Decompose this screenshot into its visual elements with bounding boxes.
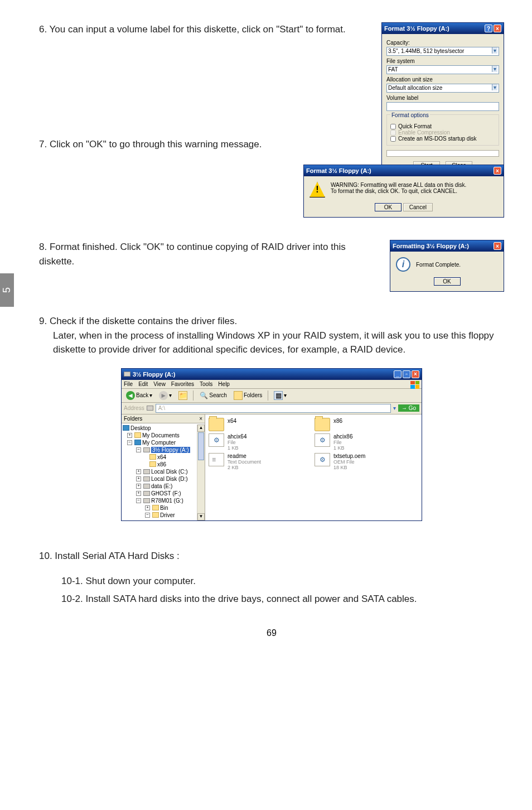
menu-view[interactable]: View [153,381,166,387]
collapse-icon[interactable]: − [136,447,141,452]
address-label: Address [124,405,144,411]
up-button[interactable]: 📁 [176,390,190,401]
views-button[interactable]: ▦▾ [272,390,289,401]
complete-close-button[interactable]: × [494,242,501,250]
file-item[interactable]: readmeText Document2 KB [209,453,303,470]
go-button[interactable]: → Go [398,404,419,412]
collapse-icon[interactable]: − [136,498,141,503]
explorer-close-button[interactable]: × [412,370,419,378]
msdos-checkbox[interactable]: Create an MS-DOS startup disk [390,136,495,142]
settings-file-icon [209,433,224,447]
info-icon: i [396,257,410,272]
file-name: x64 [228,418,236,424]
folder-tree: Folders× Desktop +My Documents −My Compu… [122,414,205,520]
warning-dialog-title: Format 3½ Floppy (A:) [306,167,371,174]
expand-icon[interactable]: + [145,505,150,510]
search-icon: 🔍 [199,391,208,400]
file-meta: File1 KB [228,440,246,451]
back-icon: ◄ [126,391,135,400]
complete-message: Format Complete. [416,262,461,268]
volume-label-input[interactable] [386,102,499,111]
menu-help[interactable]: Help [218,381,230,387]
tree-disk-f[interactable]: +GHOST (F:) [123,490,204,497]
menu-tools[interactable]: Tools [200,381,212,387]
step-10-1: 10-1. Shut down your computer. [39,574,504,589]
maximize-button[interactable]: ▫ [403,370,410,378]
warning-icon: ! [309,182,325,197]
menu-file[interactable]: File [124,381,133,387]
warning-ok-button[interactable]: OK [375,203,402,211]
format-dialog-title: Format 3½ Floppy (A:) [384,25,449,32]
capacity-select[interactable]: 3.5", 1.44MB, 512 bytes/sector [386,47,499,56]
file-item[interactable]: x64 [209,418,303,431]
explorer-title: 3½ Floppy (A:) [133,371,175,378]
menu-bar: File Edit View Favorites Tools Help [122,380,422,389]
warning-close-button[interactable]: × [494,167,501,175]
tree-driver[interactable]: −Driver [123,512,204,519]
tree-disk-d[interactable]: +Local Disk (D:) [123,475,204,483]
folders-icon [234,391,243,400]
settings-file-icon [315,453,330,466]
expand-icon[interactable]: + [136,484,141,489]
scroll-thumb[interactable] [198,432,204,460]
tree-floppy[interactable]: −3½ Floppy (A:) [123,446,204,454]
search-button[interactable]: 🔍Search [197,390,229,401]
help-button[interactable]: ? [485,25,492,32]
complete-dialog-title: Formatting 3½ Floppy (A:) [393,243,469,249]
expand-icon[interactable]: + [127,433,132,438]
file-meta: Text Document2 KB [228,459,261,470]
back-button[interactable]: ◄Back ▾ [124,390,154,401]
folders-panel-close[interactable]: × [199,416,202,422]
expand-icon[interactable]: + [136,491,141,496]
up-folder-icon: 📁 [178,391,187,400]
address-input[interactable] [156,404,391,413]
file-meta: File1 KB [333,440,352,451]
file-item[interactable]: ahcix86File1 KB [315,433,409,451]
alloc-label: Allocation unit size [386,76,499,83]
tree-disk-e[interactable]: +data (E:) [123,483,204,490]
windows-flag-icon [410,381,419,389]
file-name: ahcix86 [333,433,352,440]
scroll-up-button[interactable]: ▲ [197,425,205,432]
close-button[interactable]: × [494,25,501,32]
chapter-tab: 5 [0,273,14,307]
step-9: 9. Check if the diskette contains the dr… [39,314,504,329]
folders-button[interactable]: Folders [231,390,264,401]
file-name: txtsetup.oem [333,453,365,459]
alloc-select[interactable]: Default allocation size [386,84,499,93]
format-complete-dialog: Formatting 3½ Floppy (A:) × i Format Com… [390,240,504,292]
filesystem-label: File system [386,58,499,64]
forward-button: ► ▾ [157,390,174,401]
tree-bin[interactable]: +Bin [123,504,204,512]
menu-edit[interactable]: Edit [138,381,148,387]
file-item[interactable]: ahcix64File1 KB [209,433,303,451]
tree-x86[interactable]: x86 [123,461,204,468]
tree-mycomputer[interactable]: −My Computer [123,439,204,446]
tree-x64[interactable]: x64 [123,454,204,461]
tree-desktop[interactable]: Desktop [123,425,204,432]
file-item[interactable]: x86 [315,418,409,431]
format-dialog: Format 3½ Floppy (A:) ? × Capacity: 3.5"… [381,22,504,176]
tree-mydocuments[interactable]: +My Documents [123,432,204,439]
views-icon: ▦ [274,391,283,400]
warning-cancel-button[interactable]: Cancel [403,203,433,211]
menu-favorites[interactable]: Favorites [171,381,194,387]
tree-scrollbar[interactable]: ▲ ▼ [197,425,205,520]
collapse-icon[interactable]: − [145,513,150,518]
files-pane: x64x86ahcix64File1 KBahcix86File1 KBread… [205,414,422,520]
format-warning-dialog: Format 3½ Floppy (A:) × ! WARNING: Forma… [303,165,504,218]
file-name: readme [228,453,261,459]
tree-disk-g[interactable]: −R78M01 (G:) [123,497,204,504]
expand-icon[interactable]: + [136,469,141,474]
quick-format-checkbox[interactable]: Quick Format [390,123,495,129]
scroll-down-button[interactable]: ▼ [197,513,205,520]
expand-icon[interactable]: + [136,476,141,481]
collapse-icon[interactable]: − [127,440,132,445]
tree-disk-c[interactable]: +Local Disk (C:) [123,468,204,475]
filesystem-select[interactable]: FAT [386,65,499,74]
complete-ok-button[interactable]: OK [434,277,461,286]
file-name: ahcix64 [228,433,246,440]
minimize-button[interactable]: _ [394,370,402,378]
step-10: 10. Install Serial ATA Hard Disks : [39,549,504,563]
file-item[interactable]: txtsetup.oemOEM File18 KB [315,453,409,470]
